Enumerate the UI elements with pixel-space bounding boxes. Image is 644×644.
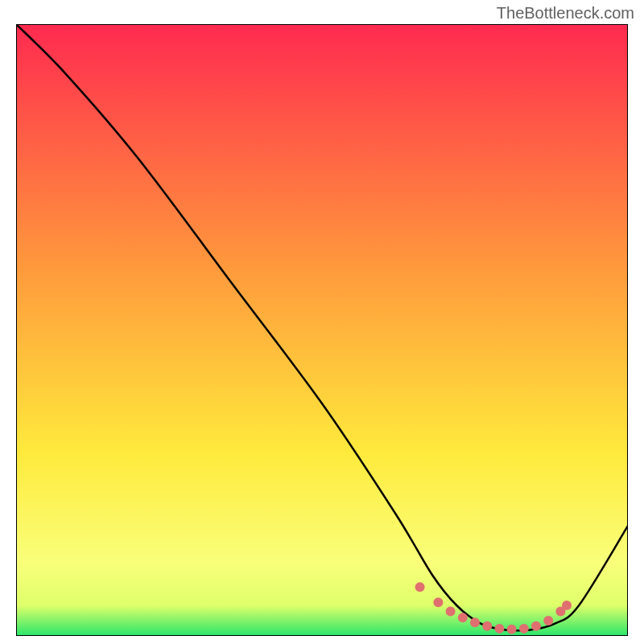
data-marker — [482, 621, 492, 631]
data-marker — [458, 613, 468, 622]
data-marker — [507, 625, 517, 634]
chart-plot — [16, 24, 628, 636]
data-marker — [415, 582, 425, 592]
data-marker — [433, 597, 443, 607]
data-marker — [494, 624, 504, 634]
watermark-text: TheBottleneck.com — [497, 4, 634, 23]
data-marker — [543, 616, 553, 625]
gradient-background — [16, 24, 628, 636]
chart-svg — [16, 24, 628, 636]
data-marker — [562, 601, 572, 610]
data-marker — [470, 617, 480, 627]
data-marker — [519, 624, 529, 634]
data-marker — [446, 607, 456, 617]
data-marker — [531, 621, 541, 631]
